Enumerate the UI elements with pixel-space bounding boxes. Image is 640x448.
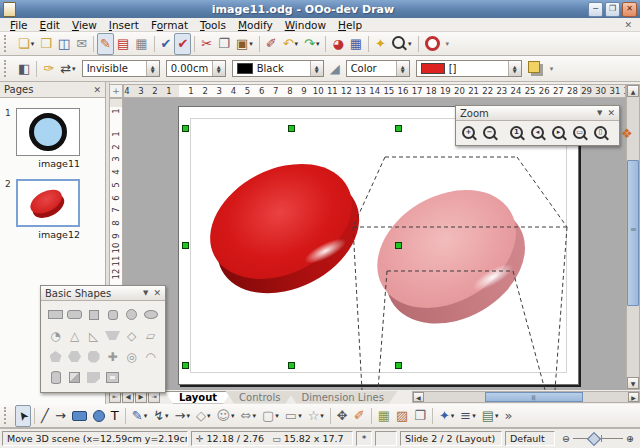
selection-handle[interactable] <box>395 125 402 132</box>
more-tools-button[interactable]: » <box>502 405 516 427</box>
glue-points-button[interactable]: ✐ <box>351 405 368 427</box>
shape-circle-pie[interactable]: ◔ <box>46 326 65 345</box>
shape-regular-pentagon[interactable] <box>46 347 65 366</box>
palette-close-icon[interactable]: ✕ <box>605 108 615 118</box>
vertical-scroll-thumb[interactable] <box>627 160 639 306</box>
scroll-up-icon[interactable]: ▲ <box>627 85 639 97</box>
pages-panel-close-icon[interactable]: ✕ <box>93 85 101 95</box>
help-button[interactable] <box>422 33 443 55</box>
effects-button[interactable]: ✦▾ <box>436 405 457 427</box>
spinner-icon[interactable]: ▲▼ <box>310 61 323 76</box>
selection-handle[interactable] <box>288 362 295 369</box>
format-paintbrush-button[interactable]: ✐ <box>263 33 280 55</box>
shadow-button[interactable] <box>525 58 547 80</box>
area-fill-combo[interactable]: [] ▲▼ <box>416 60 522 77</box>
shape-rounded-rectangle[interactable] <box>65 305 84 324</box>
shape-folded-corner[interactable] <box>84 368 103 387</box>
menu-view[interactable]: View <box>66 19 103 31</box>
line-style-combo[interactable]: Invisible ▲▼ <box>82 60 160 77</box>
shape-isosceles-triangle[interactable]: △ <box>65 326 84 345</box>
menu-modify[interactable]: Modify <box>232 19 279 31</box>
spinner-icon[interactable]: ▲▼ <box>508 61 521 76</box>
shape-hexagon[interactable] <box>65 347 84 366</box>
menu-help[interactable]: Help <box>332 19 368 31</box>
shape-block-arc[interactable]: ◠ <box>141 347 160 366</box>
object-zoom-button[interactable]: ❖ <box>618 122 636 144</box>
zoom-button[interactable]: ▾ <box>389 33 415 55</box>
flowcharts-button[interactable]: ▢▾ <box>259 405 282 427</box>
scroll-right-icon[interactable]: ▶ <box>628 392 639 402</box>
line-dialog-button[interactable]: ✑ <box>40 58 57 80</box>
selection-handle[interactable] <box>395 362 402 369</box>
curve-button[interactable]: ✎▾ <box>129 405 150 427</box>
selection-handle[interactable] <box>182 362 189 369</box>
edit-file-button[interactable]: ✎ <box>97 33 114 55</box>
zoom-palette-titlebar[interactable]: Zoom ▼ ✕ <box>456 106 619 121</box>
text-button[interactable]: T <box>108 405 122 427</box>
shape-cube[interactable] <box>65 368 84 387</box>
alignment-button[interactable]: ≡▾ <box>457 405 478 427</box>
menu-window[interactable]: Window <box>279 19 332 31</box>
page-style[interactable]: Default <box>505 431 555 446</box>
line-button[interactable]: ╱ <box>38 405 52 427</box>
scroll-down-icon[interactable]: ▼ <box>627 377 639 389</box>
shape-circle[interactable] <box>122 305 141 324</box>
document-as-email-button[interactable]: ✉ <box>73 33 90 55</box>
toolbar-grip[interactable] <box>4 407 11 423</box>
shape-diamond[interactable]: ◇ <box>122 326 141 345</box>
insert-picture-button[interactable]: ▦ <box>375 405 393 427</box>
page-thumbnail[interactable] <box>16 108 80 156</box>
menu-tools[interactable]: Tools <box>194 19 232 31</box>
ellipse-button[interactable] <box>90 405 108 427</box>
next-zoom-button[interactable]: ▸ <box>549 122 570 144</box>
menu-insert[interactable]: Insert <box>103 19 145 31</box>
page-width-button[interactable]: ▯ <box>591 122 612 144</box>
shape-octagon[interactable] <box>84 347 103 366</box>
zoom-slider-thumb[interactable] <box>587 432 601 446</box>
selection-handle[interactable] <box>182 242 189 249</box>
menu-edit[interactable]: Edit <box>34 19 66 31</box>
next-page-button[interactable]: ▶ <box>135 392 147 403</box>
previous-zoom-button[interactable]: ◂ <box>528 122 549 144</box>
toolbar-grip[interactable] <box>4 60 11 78</box>
spinner-icon[interactable]: ▲▼ <box>146 61 159 76</box>
open-button[interactable]: ❒ <box>37 33 55 55</box>
copy-button[interactable]: ❐ <box>215 33 233 55</box>
horizontal-scrollbar[interactable]: ◀ ▶ <box>412 391 640 403</box>
menu-format[interactable]: Format <box>145 19 194 31</box>
save-button[interactable]: ◫ <box>55 33 73 55</box>
close-document-button[interactable]: ✕ <box>620 20 636 30</box>
points-button[interactable]: ✥ <box>334 405 351 427</box>
select-button[interactable]: ➤ <box>15 405 31 427</box>
palette-close-icon[interactable]: ✕ <box>151 288 161 298</box>
gallery-button[interactable]: ▦ <box>347 33 365 55</box>
zoom-in-button[interactable]: + <box>459 122 480 144</box>
menu-file[interactable]: File <box>4 19 34 31</box>
new-document-button[interactable]: ❏▾ <box>15 33 37 55</box>
shape-trapezoid[interactable] <box>103 326 122 345</box>
shape-cylinder[interactable] <box>46 368 65 387</box>
lines-and-arrows-button[interactable]: →▾ <box>172 405 193 427</box>
palette-menu-icon[interactable]: ▼ <box>140 289 151 297</box>
styles-and-formatting-button[interactable]: ◧ <box>15 58 33 80</box>
callouts-button[interactable]: ▭▾ <box>282 405 305 427</box>
area-dialog-button[interactable]: ◢ <box>327 58 343 80</box>
minimize-button[interactable]: − <box>588 2 603 17</box>
chart-button[interactable]: ◕ <box>329 33 346 55</box>
connector-button[interactable]: ↯▾ <box>150 405 171 427</box>
shape-parallelogram[interactable]: ▱ <box>141 326 160 345</box>
clone-formatting-button[interactable]: ❐ <box>411 405 429 427</box>
zoom-in-icon[interactable]: ⊕ <box>626 433 634 444</box>
line-ends-with-arrow-button[interactable]: → <box>52 405 69 427</box>
shape-square[interactable] <box>84 305 103 324</box>
zoom-slider-track[interactable] <box>573 438 623 439</box>
last-page-button[interactable]: ⇥ <box>148 392 160 403</box>
shape-frame[interactable] <box>103 368 122 387</box>
area-style-combo[interactable]: Color ▲▼ <box>346 60 410 77</box>
arrow-style-button[interactable]: ⇄ ▾ <box>57 58 78 80</box>
previous-page-button[interactable]: ◀ <box>122 392 134 403</box>
horizontal-scroll-thumb[interactable] <box>485 392 583 402</box>
cut-button[interactable]: ✂ <box>198 33 215 55</box>
first-page-button[interactable]: ⇤ <box>109 392 121 403</box>
redo-button[interactable]: ↷▾ <box>301 33 322 55</box>
